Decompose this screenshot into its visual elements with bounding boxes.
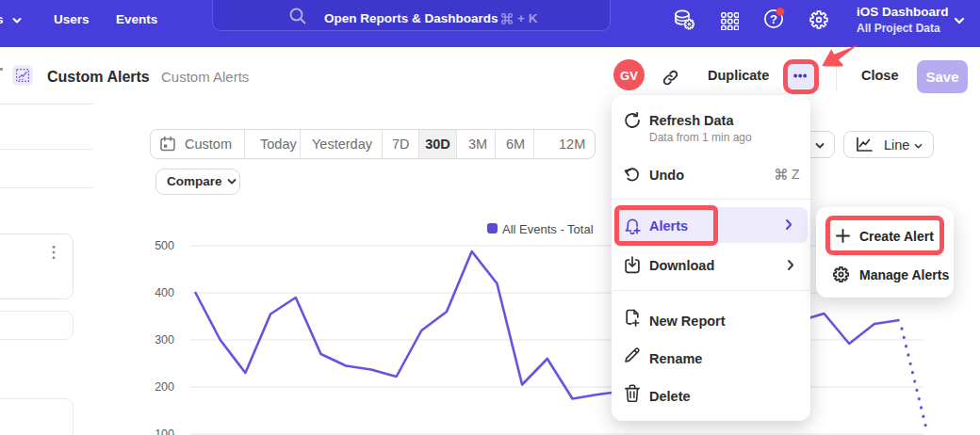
svg-text:500: 500 [155,239,174,252]
svg-text:100: 100 [155,427,174,435]
svg-text:300: 300 [155,333,174,346]
svg-text:400: 400 [155,286,174,299]
svg-text:200: 200 [155,380,174,394]
svg-text:?: ? [770,12,777,26]
